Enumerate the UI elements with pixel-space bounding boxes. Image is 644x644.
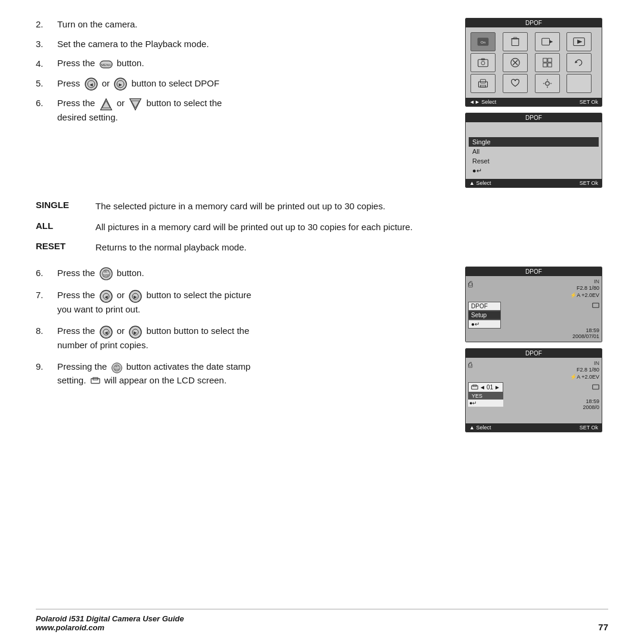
screen4-meta: F2.8 1/80 ⚡A +2.0EV (570, 366, 599, 381)
photo-meta: F2.8 1/80 ⚡A +2.0EV (570, 284, 599, 299)
back-btn: ●↵ (468, 400, 503, 407)
screen-1-title: DPOF (466, 18, 602, 27)
screen4-icon (592, 384, 599, 391)
svg-rect-64 (472, 386, 478, 389)
svg-rect-60 (91, 379, 99, 383)
svg-text:On: On (481, 41, 485, 44)
def-single-desc: The selected picture in a memory card wi… (95, 200, 608, 213)
overlay-dpof: DPOF (468, 302, 501, 311)
svg-marker-18 (549, 40, 553, 44)
svg-text:◄: ◄ (103, 293, 109, 299)
photo-datetime: 18:59 2008/07/01 (572, 327, 599, 339)
lower-section: 6. Press the SET DISP button. (36, 267, 608, 432)
screen-3-title: DPOF (466, 267, 602, 276)
step-5: 5. Press ◄ or (36, 77, 453, 91)
screens-right: DPOF On (465, 18, 608, 188)
def-reset: RESET Returns to the normal playback mod… (36, 241, 608, 255)
svg-rect-27 (543, 58, 546, 62)
step-2-text: Turn on the camera. (57, 18, 138, 32)
menu-list: Single All Reset ●↵ (469, 137, 599, 176)
svg-text:►: ► (133, 329, 138, 335)
page-number: 77 (598, 622, 608, 632)
svg-rect-30 (547, 63, 551, 67)
step-4: 4. Press the MENU button. (36, 57, 453, 71)
step-8-content: Press the ◄ or ► (57, 324, 453, 352)
screen-1: DPOF On (465, 18, 602, 107)
icon-print (470, 74, 496, 93)
step-5-num: 5. (36, 77, 54, 91)
svg-rect-29 (543, 63, 546, 67)
print-lcd-icon (91, 374, 100, 388)
screen-2-bottom: ▲ Select SET Ok (466, 179, 602, 187)
svg-rect-34 (481, 85, 486, 87)
icon-rotate (566, 53, 592, 72)
lower-screens: DPOF IN ⎙ ◄ F2.8 1/80 ⚡A +2.0EV (465, 267, 608, 432)
svg-rect-21 (478, 60, 488, 67)
menu-button-icon: MENU (100, 57, 113, 71)
yes-badge: YES (468, 392, 503, 400)
svg-rect-28 (547, 58, 551, 62)
def-all-desc: All pictures in a memory card will be pr… (95, 221, 608, 234)
screen-1-ok-label: SET Ok (580, 99, 598, 105)
step-4-num: 4. (36, 57, 54, 71)
screen-4-bottom: ▲ Select SET Ok (466, 423, 602, 432)
screen4-exp: F2.8 1/80 (570, 366, 599, 374)
svg-text:DISP: DISP (103, 274, 109, 277)
svg-text:◄: ◄ (103, 329, 109, 335)
svg-rect-14 (512, 39, 519, 46)
step-2-num: 2. (36, 18, 54, 32)
screen4-ev: ⚡A +2.0EV (570, 373, 599, 381)
screen-2-title: DPOF (466, 113, 602, 122)
dpof-setup-overlay: DPOF Setup ●↵ (468, 302, 501, 329)
svg-point-35 (545, 82, 549, 85)
icon-on: On (470, 32, 496, 51)
print-count: 01 (487, 384, 493, 391)
icon-grid-view (535, 53, 560, 72)
step-6b-num: 6. (36, 267, 54, 278)
screen4-datetime: 18:59 2008/0 (583, 398, 599, 410)
svg-rect-32 (479, 82, 488, 87)
svg-point-56 (112, 363, 122, 373)
icon-trash (503, 32, 528, 51)
step-8-num: 8. (36, 324, 54, 336)
screen-2-body: Single All Reset ●↵ (466, 122, 602, 179)
step-8: 8. Press the ◄ or (36, 324, 453, 352)
svg-point-22 (481, 61, 485, 65)
menu-item-reset: Reset (469, 156, 599, 166)
footer-left: Polaroid i531 Digital Camera User Guide … (36, 614, 184, 632)
svg-text:◄: ◄ (88, 82, 94, 88)
overlay-setup: Setup (468, 311, 501, 320)
svg-text:SET: SET (114, 366, 119, 368)
menu-item-back: ●↵ (469, 166, 599, 176)
step-3-text: Set the camera to the Playback mode. (57, 38, 209, 51)
screen-4-select: ▲ Select (469, 425, 491, 431)
icon-settings (535, 74, 560, 93)
def-reset-term: RESET (36, 241, 83, 251)
left-dial-icon: ◄ (85, 77, 98, 91)
step-6-content: Press the or (57, 97, 453, 124)
step8-right-icon: ► (129, 325, 142, 339)
icon-video (535, 32, 560, 51)
screen-3-photo: IN ⎙ ◄ F2.8 1/80 ⚡A +2.0EV (466, 276, 602, 342)
set-disp-icon-2: SET DISP (112, 361, 122, 374)
footer-url: www.polaroid.com (36, 623, 184, 632)
step8-left-icon: ◄ (100, 325, 113, 339)
icon-cross (503, 53, 528, 72)
step-7-content: Press the ◄ or ► (57, 289, 453, 316)
step7-right-icon: ► (129, 289, 142, 303)
in-label: IN (594, 278, 599, 284)
meta-ev: ⚡A +2.0EV (570, 292, 599, 299)
step-7-num: 7. (36, 289, 54, 300)
svg-text:SET: SET (103, 270, 109, 273)
photo-icons (592, 302, 599, 309)
step-9: 9. Pressing the SET DISP button activate… (36, 360, 453, 388)
print-icon-top: ⎙ (468, 361, 472, 369)
arrow-left-num: ◄ (479, 384, 485, 391)
menu-item-single: Single (469, 137, 599, 147)
step7-left-icon: ◄ (100, 289, 113, 303)
screen-1-select-label: ◄► Select (469, 99, 496, 105)
svg-marker-31 (575, 61, 578, 63)
def-single: SINGLE The selected picture in a memory … (36, 200, 608, 213)
screen-2: DPOF Single All Reset ●↵ ▲ Select SET Ok (465, 113, 602, 188)
screen-2-select-label: ▲ Select (469, 180, 491, 186)
